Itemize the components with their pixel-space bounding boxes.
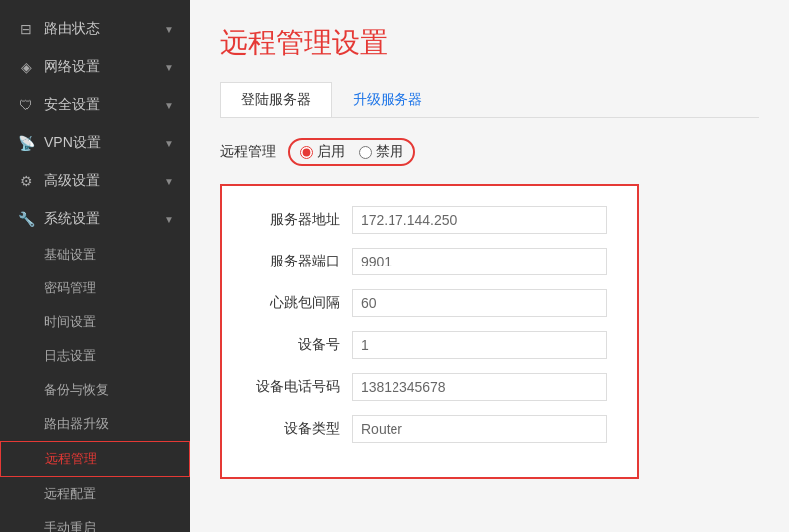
sidebar-item-system-settings[interactable]: 🔧 系统设置 ▼ [0, 200, 190, 238]
advanced-arrow: ▼ [164, 176, 174, 187]
network-arrow: ▼ [164, 62, 174, 73]
remote-mgmt-radio-group: 启用 禁用 [288, 138, 415, 166]
sidebar-label-vpn: VPN设置 [44, 134, 156, 152]
sidebar-subitem-remote-config[interactable]: 远程配置 [0, 477, 190, 511]
vpn-icon: 📡 [16, 135, 36, 151]
server-port-input[interactable] [352, 248, 607, 275]
heartbeat-row: 心跳包间隔 [252, 289, 607, 317]
server-address-input[interactable] [352, 206, 607, 234]
device-id-label: 设备号 [252, 336, 352, 354]
form-section: 服务器地址 服务器端口 心跳包间隔 设备号 设备电话号码 设备类型 [220, 184, 639, 479]
disable-label: 禁用 [376, 143, 403, 161]
advanced-icon: ⚙ [16, 173, 36, 189]
sidebar-subitem-router-upgrade[interactable]: 路由器升级 [0, 407, 190, 441]
tab-bar: 登陆服务器 升级服务器 [220, 82, 759, 118]
tab-login-server[interactable]: 登陆服务器 [220, 82, 332, 117]
system-submenu: 基础设置 密码管理 时间设置 日志设置 备份与恢复 路由器升级 远程管理 远程配… [0, 238, 190, 532]
server-port-label: 服务器端口 [252, 253, 352, 270]
sidebar-subitem-time-settings[interactable]: 时间设置 [0, 305, 190, 339]
sidebar-label-security: 安全设置 [44, 96, 156, 114]
device-phone-input[interactable] [352, 373, 607, 401]
device-phone-label: 设备电话号码 [252, 378, 352, 396]
enable-label: 启用 [317, 143, 345, 161]
remote-mgmt-label: 远程管理 [220, 143, 276, 161]
network-settings-icon: ◈ [16, 59, 36, 75]
heartbeat-label: 心跳包间隔 [252, 294, 352, 312]
main-content: 远程管理设置 登陆服务器 升级服务器 远程管理 启用 禁用 服务器地址 服务器端… [190, 0, 789, 532]
security-arrow: ▼ [164, 100, 174, 111]
router-status-icon: ⊟ [16, 21, 36, 37]
sidebar-subitem-backup-restore[interactable]: 备份与恢复 [0, 373, 190, 407]
tab-upgrade-server[interactable]: 升级服务器 [332, 82, 443, 117]
sidebar-label-system: 系统设置 [44, 210, 156, 228]
disable-radio[interactable] [359, 146, 372, 159]
heartbeat-input[interactable] [352, 289, 607, 317]
sidebar-label-network: 网络设置 [44, 58, 156, 76]
enable-radio[interactable] [300, 146, 313, 159]
device-id-row: 设备号 [252, 331, 607, 359]
sidebar-subitem-basic-settings[interactable]: 基础设置 [0, 238, 190, 271]
sidebar-subitem-log-settings[interactable]: 日志设置 [0, 339, 190, 373]
vpn-arrow: ▼ [164, 138, 174, 149]
device-phone-row: 设备电话号码 [252, 373, 607, 401]
sidebar-item-advanced-settings[interactable]: ⚙ 高级设置 ▼ [0, 162, 190, 200]
device-type-label: 设备类型 [252, 420, 352, 438]
sidebar-label-router-status: 路由状态 [44, 20, 156, 38]
device-id-input[interactable] [352, 331, 607, 359]
device-type-row: 设备类型 [252, 415, 607, 443]
router-status-arrow: ▼ [164, 24, 174, 35]
remote-mgmt-row: 远程管理 启用 禁用 [220, 138, 759, 166]
system-icon: 🔧 [16, 211, 36, 227]
sidebar-subitem-remote-mgmt[interactable]: 远程管理 [0, 441, 190, 477]
sidebar-item-network-settings[interactable]: ◈ 网络设置 ▼ [0, 48, 190, 86]
server-address-row: 服务器地址 [252, 206, 607, 234]
sidebar-item-vpn-settings[interactable]: 📡 VPN设置 ▼ [0, 124, 190, 162]
sidebar-label-advanced: 高级设置 [44, 172, 156, 190]
sidebar-item-router-status[interactable]: ⊟ 路由状态 ▼ [0, 10, 190, 48]
server-address-label: 服务器地址 [252, 211, 352, 229]
enable-radio-option[interactable]: 启用 [300, 143, 345, 161]
sidebar-subitem-password-mgmt[interactable]: 密码管理 [0, 271, 190, 305]
security-icon: 🛡 [16, 97, 36, 113]
sidebar-item-security-settings[interactable]: 🛡 安全设置 ▼ [0, 86, 190, 124]
device-type-input[interactable] [352, 415, 607, 443]
server-port-row: 服务器端口 [252, 248, 607, 275]
disable-radio-option[interactable]: 禁用 [359, 143, 403, 161]
sidebar: ⊟ 路由状态 ▼ ◈ 网络设置 ▼ 🛡 安全设置 ▼ 📡 VPN设置 ▼ ⚙ 高… [0, 0, 190, 532]
system-arrow: ▼ [164, 214, 174, 225]
page-title: 远程管理设置 [220, 24, 759, 62]
sidebar-subitem-manual-restart[interactable]: 手动重启 [0, 511, 190, 532]
